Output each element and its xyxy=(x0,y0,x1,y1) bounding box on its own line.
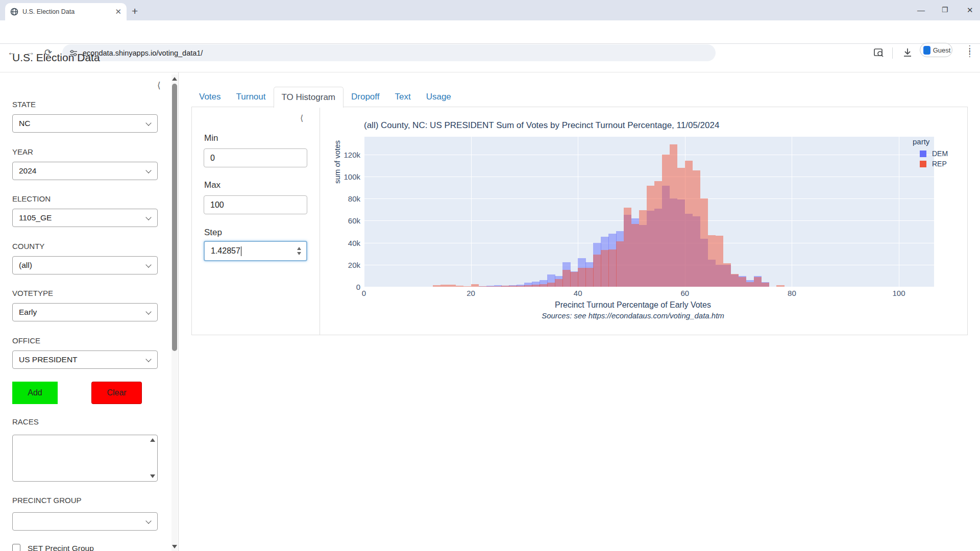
chart-title: (all) County, NC: US PRESIDENT Sum of Vo… xyxy=(364,120,719,131)
legend-swatch-icon xyxy=(920,161,926,167)
search-tabs-icon[interactable] xyxy=(874,48,884,58)
tab-to-histogram[interactable]: TO Histogram xyxy=(274,87,344,108)
window-restore-button[interactable]: ❐ xyxy=(942,6,948,14)
profile-avatar-icon: 👤 xyxy=(923,46,930,55)
sources-note: Sources: see https://econdataus.com/voti… xyxy=(490,311,776,320)
bar-rep xyxy=(723,263,731,287)
y-tick-label: 0 xyxy=(336,283,360,291)
bar-rep xyxy=(501,286,509,287)
y-tick-label: 80k xyxy=(336,194,360,203)
y-tick-label: 60k xyxy=(336,216,360,225)
bar-rep xyxy=(509,286,517,287)
chevron-down-icon xyxy=(145,518,151,523)
field-label-votetype: VOTETYPE xyxy=(12,289,53,297)
bar-rep xyxy=(685,161,693,287)
tab-title: U.S. Election Data xyxy=(22,8,115,15)
races-label: RACES xyxy=(12,417,39,426)
tab-turnout[interactable]: Turnout xyxy=(229,87,274,107)
year-select[interactable]: 2024 xyxy=(12,162,158,180)
chevron-down-icon xyxy=(145,120,151,126)
bar-rep xyxy=(662,155,670,287)
races-listbox[interactable] xyxy=(12,435,158,482)
legend-label: REP xyxy=(932,160,947,168)
gridline xyxy=(471,137,472,287)
max-input[interactable]: 100 xyxy=(204,195,307,214)
legend-title: party xyxy=(913,137,929,146)
election-select[interactable]: 1105_GE xyxy=(12,209,158,227)
profile-label: Guest xyxy=(933,46,951,54)
text-cursor xyxy=(241,246,241,256)
min-input[interactable]: 0 xyxy=(204,148,307,167)
bar-rep xyxy=(517,286,524,287)
races-scroll-up-icon[interactable] xyxy=(150,438,155,442)
min-value: 0 xyxy=(210,154,215,163)
url-bar[interactable]: econdata.shinyapps.io/voting_data1/ xyxy=(62,44,716,61)
toolbar-divider xyxy=(892,47,893,59)
bar-rep xyxy=(631,224,639,287)
add-button[interactable]: Add xyxy=(12,382,58,404)
bar-rep xyxy=(700,198,708,287)
tab-close-icon[interactable]: ✕ xyxy=(115,7,121,16)
sidebar-divider xyxy=(178,72,179,551)
max-label: Max xyxy=(204,180,220,190)
selected-value: 2024 xyxy=(19,166,36,176)
gridline xyxy=(364,177,934,177)
new-tab-button[interactable]: + xyxy=(132,5,138,17)
tab-dropoff[interactable]: Dropoff xyxy=(344,87,387,107)
gridline xyxy=(899,137,899,287)
bar-rep xyxy=(585,268,593,287)
field-label-election: ELECTION xyxy=(12,194,51,203)
url-text: econdata.shinyapps.io/voting_data1/ xyxy=(83,49,203,57)
scroll-up-icon[interactable] xyxy=(172,77,177,81)
county-select[interactable]: (all) xyxy=(12,256,158,274)
bar-rep xyxy=(624,208,631,287)
window-minimize-button[interactable]: — xyxy=(917,6,925,14)
precinct-group-select[interactable] xyxy=(12,512,158,531)
y-tick-label: 20k xyxy=(336,261,360,269)
tab-votes[interactable]: Votes xyxy=(191,87,229,107)
gridline xyxy=(364,287,934,287)
selected-value: (all) xyxy=(19,261,32,270)
clear-button[interactable]: Clear xyxy=(91,382,142,404)
browser-menu-icon[interactable]: ⋮⋮⋮ xyxy=(966,46,973,56)
office-select[interactable]: US PRESIDENT xyxy=(12,350,158,369)
bar-rep xyxy=(593,255,601,287)
spinner-down-icon[interactable] xyxy=(297,252,301,255)
legend-item-rep[interactable]: REP xyxy=(920,160,947,168)
bar-rep xyxy=(762,283,769,287)
bar-rep xyxy=(716,236,723,287)
tab-usage[interactable]: Usage xyxy=(419,87,459,107)
legend-swatch-icon xyxy=(920,151,926,157)
downloads-icon[interactable] xyxy=(902,47,913,58)
browser-toolbar: ← → ⟳ econdata.shinyapps.io/voting_data1… xyxy=(0,20,980,44)
state-select[interactable]: NC xyxy=(12,114,158,133)
number-spinners[interactable] xyxy=(297,247,301,255)
sidebar-scrollbar-thumb[interactable] xyxy=(172,84,177,351)
bar-rep xyxy=(608,249,616,287)
bar-rep xyxy=(647,186,654,287)
votetype-select[interactable]: Early xyxy=(12,303,158,321)
browser-tab[interactable]: U.S. Election Data ✕ xyxy=(5,3,127,20)
panel-collapse-icon[interactable]: ⟨ xyxy=(300,113,303,123)
tab-text[interactable]: Text xyxy=(387,87,418,107)
set-precinct-group-checkbox[interactable] xyxy=(12,544,20,551)
bar-rep xyxy=(670,144,677,287)
bar-rep xyxy=(463,286,471,287)
globe-favicon-icon xyxy=(10,8,18,16)
window-close-button[interactable]: ✕ xyxy=(967,6,973,15)
histogram-plot-area[interactable] xyxy=(364,137,934,287)
bar-rep xyxy=(524,285,532,287)
tab-bar: VotesTurnoutTO HistogramDropoffTextUsage xyxy=(191,87,459,107)
legend-item-dem[interactable]: DEM xyxy=(920,149,948,158)
bar-rep xyxy=(440,285,448,287)
step-input[interactable]: 1.42857 xyxy=(204,241,307,261)
bar-rep xyxy=(616,241,624,287)
bar-rep xyxy=(578,268,585,287)
sidebar-collapse-icon[interactable]: ⟨ xyxy=(157,80,161,91)
profile-chip[interactable]: 👤 Guest xyxy=(920,43,952,57)
races-scroll-down-icon[interactable] xyxy=(150,474,155,478)
spinner-up-icon[interactable] xyxy=(297,247,301,250)
chevron-down-icon xyxy=(145,356,151,362)
selected-value: US PRESIDENT xyxy=(19,355,78,364)
scroll-down-icon[interactable] xyxy=(172,545,177,548)
